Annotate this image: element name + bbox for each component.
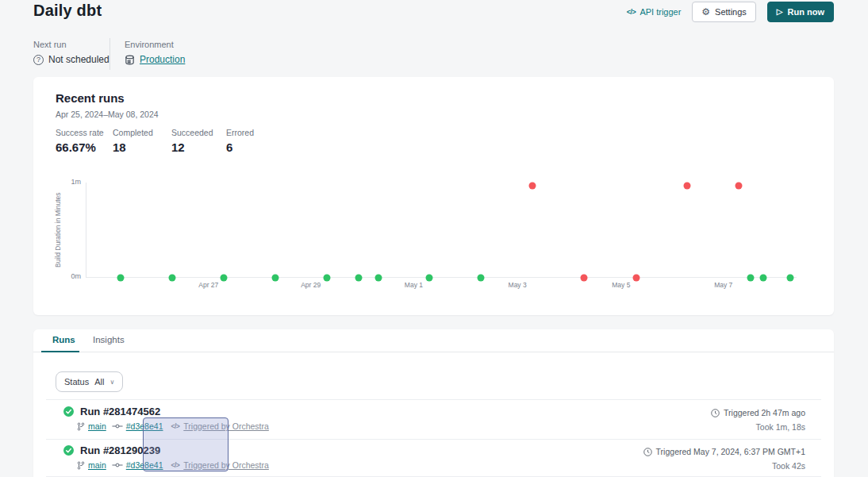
next-run-text: Not scheduled	[48, 54, 109, 65]
settings-label: Settings	[715, 7, 747, 17]
branch-name[interactable]: main	[88, 460, 106, 470]
chart-x-axis-line	[86, 277, 797, 278]
run-row[interactable]: Run #281474562 main #d3e8e41	[63, 406, 269, 431]
run-now-button[interactable]: ▷ Run now	[767, 2, 834, 22]
environment-value: Production	[125, 54, 185, 65]
environment-link[interactable]: Production	[140, 54, 185, 65]
run-name[interactable]: Run #281474562	[80, 406, 160, 417]
y-tick-label: 1m	[62, 178, 81, 186]
status-filter-dropdown[interactable]: Status All ∨	[56, 371, 123, 392]
database-icon	[125, 55, 135, 65]
tab-runs[interactable]: Runs	[52, 335, 75, 344]
stat-label: Success rate	[56, 128, 104, 137]
stat-value: 12	[171, 140, 213, 154]
stat-value: 66.67%	[56, 140, 104, 154]
run-meta: Triggered May 7, 2024, 6:37 PM GMT+1 Too…	[643, 447, 805, 471]
stat-value: 18	[113, 140, 153, 154]
gear-icon: ⚙	[701, 7, 710, 17]
chart-point-error[interactable]	[684, 182, 691, 189]
stat-label: Errored	[226, 128, 254, 137]
next-run-label: Next run	[33, 40, 67, 49]
x-tick-label: May 5	[612, 281, 630, 289]
play-icon: ▷	[777, 8, 783, 16]
trigger-source-badge[interactable]: </> Triggered by Orchestra	[171, 460, 268, 470]
clock-icon	[643, 448, 652, 456]
header-actions: </> API trigger ⚙ Settings ▷ Run now	[627, 1, 834, 22]
chart-y-axis-label: Build Duration in Minutes	[54, 183, 63, 278]
row-divider	[46, 399, 821, 400]
run-now-label: Run now	[788, 7, 824, 17]
trigger-source-badge[interactable]: </> Triggered by Orchestra	[171, 421, 268, 431]
triggered-text: Triggered May 7, 2024, 6:37 PM GMT+1	[656, 447, 805, 456]
success-check-icon	[63, 445, 74, 456]
branch-name[interactable]: main	[88, 421, 106, 431]
environment-label: Environment	[125, 40, 174, 49]
page-title: Daily dbt	[33, 2, 102, 20]
triggered-time: Triggered 2h 47m ago	[711, 408, 805, 417]
x-tick-label: Apr 27	[198, 281, 218, 289]
recent-runs-title: Recent runs	[56, 91, 125, 105]
git-branch-icon	[77, 461, 85, 470]
triggered-text: Triggered 2h 47m ago	[724, 408, 805, 417]
branch-link[interactable]: main	[77, 460, 106, 470]
commit-link[interactable]: #d3e8e41	[112, 460, 163, 470]
next-run-value: ? Not scheduled	[33, 54, 109, 65]
tab-insights[interactable]: Insights	[93, 335, 125, 344]
triggered-time: Triggered May 7, 2024, 6:37 PM GMT+1	[643, 447, 805, 456]
branch-link[interactable]: main	[77, 421, 106, 431]
run-row[interactable]: Run #281290239 main #d3e8e41	[63, 444, 269, 470]
code-icon: </>	[171, 461, 179, 469]
x-tick-label: May 7	[714, 281, 732, 289]
stat-label: Completed	[113, 128, 153, 137]
duration-text: Took 1m, 18s	[756, 422, 805, 432]
stat-errored: Errored 6	[226, 128, 254, 154]
stat-value: 6	[226, 140, 254, 154]
recent-runs-card: Recent runs Apr 25, 2024–May 08, 2024 Su…	[33, 77, 834, 315]
chart-point-error[interactable]	[735, 182, 743, 189]
commit-sha[interactable]: #d3e8e41	[126, 421, 163, 431]
run-meta: Triggered 2h 47m ago Took 1m, 18s	[711, 408, 805, 432]
chevron-down-icon: ∨	[109, 379, 114, 386]
commit-sha[interactable]: #d3e8e41	[126, 460, 163, 470]
stat-completed: Completed 18	[113, 128, 153, 154]
commit-icon	[112, 462, 123, 468]
stat-label: Succeeded	[171, 128, 213, 137]
active-tab-underline	[41, 351, 79, 352]
chart-x-ticks: Apr 27Apr 29May 1May 3May 5May 7	[86, 281, 821, 290]
x-tick-label: Apr 29	[301, 281, 321, 289]
trigger-source-link[interactable]: Triggered by Orchestra	[183, 460, 269, 470]
api-trigger-button[interactable]: </> API trigger	[627, 7, 681, 17]
run-name[interactable]: Run #281290239	[80, 444, 160, 456]
settings-button[interactable]: ⚙ Settings	[692, 2, 756, 22]
y-tick-label: 0m	[62, 272, 81, 280]
recent-runs-date-range: Apr 25, 2024–May 08, 2024	[56, 110, 159, 119]
stat-succeeded: Succeeded 12	[171, 128, 213, 154]
git-branch-icon	[77, 422, 85, 431]
api-trigger-label: API trigger	[639, 7, 681, 17]
status-filter-label: Status	[64, 377, 89, 387]
chart-plot	[86, 183, 821, 278]
row-divider	[46, 439, 821, 440]
runs-list-card: Runs Insights Status All ∨ Run #28147456…	[33, 329, 834, 477]
question-circle-icon: ?	[33, 55, 44, 65]
stat-success-rate: Success rate 66.67%	[56, 128, 104, 154]
commit-link[interactable]: #d3e8e41	[112, 421, 163, 431]
clock-icon	[711, 409, 720, 417]
x-tick-label: May 3	[509, 281, 527, 289]
x-tick-label: May 1	[405, 281, 423, 289]
status-filter-value: All	[94, 377, 104, 387]
code-icon: </>	[171, 422, 179, 430]
trigger-source-link[interactable]: Triggered by Orchestra	[183, 421, 269, 431]
code-icon: </>	[627, 8, 636, 16]
duration-text: Took 42s	[772, 461, 805, 471]
meta-divider	[109, 38, 110, 70]
commit-icon	[112, 423, 123, 429]
chart-point-error[interactable]	[529, 182, 536, 189]
success-check-icon	[63, 406, 74, 417]
tab-bar: Runs Insights	[33, 329, 834, 352]
